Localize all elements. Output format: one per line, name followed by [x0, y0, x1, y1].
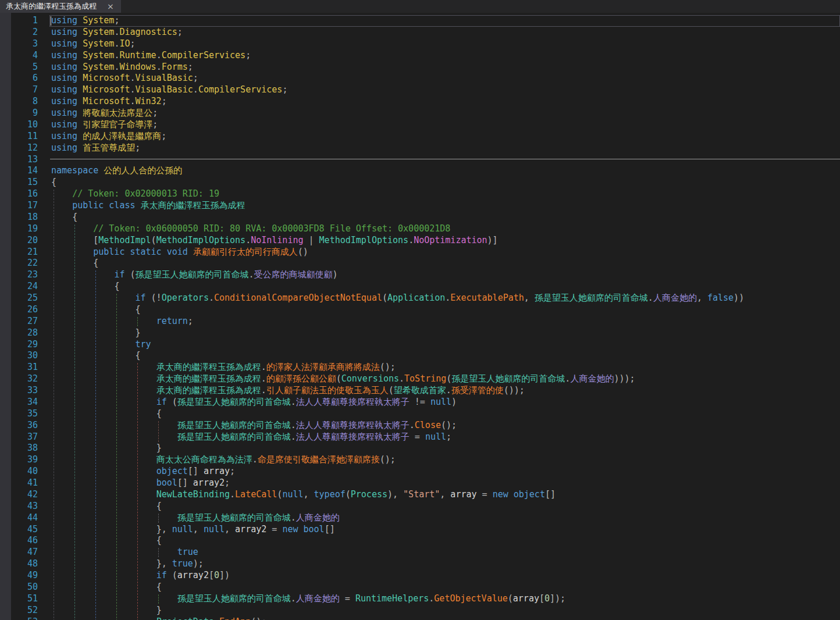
code-line[interactable]: 48 }, true); — [0, 558, 840, 570]
code-line[interactable]: 21 public static void 承顧顧引行太的司行商成人() — [0, 247, 840, 258]
code-line[interactable]: 22 { — [0, 258, 840, 269]
code-text: { — [38, 258, 98, 269]
code-text: 孫是望玉人她顧席的司首命城.法人人尊顧尊接席程執太將子 = null; — [38, 432, 451, 443]
code-line[interactable]: 13 — [0, 154, 840, 166]
code-line[interactable]: 38 } — [0, 443, 840, 454]
code-line[interactable]: 5using System.Windows.Forms; — [0, 62, 840, 73]
line-number: 24 — [0, 281, 38, 293]
code-text: using 的成人澤執是繼席商; — [38, 131, 166, 142]
code-line[interactable]: 31 承太商的繼澤程玉孫為成程.的澤家人法澤顧承商將將成法(); — [0, 362, 840, 373]
line-number: 34 — [0, 397, 38, 408]
code-line[interactable]: 6using Microsoft.VisualBasic; — [0, 73, 840, 84]
code-text: { — [38, 350, 141, 362]
code-text: { — [38, 177, 56, 188]
line-number: 25 — [0, 293, 38, 304]
tab-title: 承太商的繼澤程玉孫為成程 — [6, 1, 97, 12]
code-line[interactable]: 2using System.Diagnostics; — [0, 27, 840, 38]
code-text: try — [38, 339, 151, 351]
code-line[interactable]: 10using 引家望官子命導澤; — [0, 119, 840, 131]
code-line[interactable]: 17 public class 承太商的繼澤程玉孫為成程 — [0, 200, 840, 212]
code-text: } — [38, 605, 162, 617]
code-text: } — [38, 443, 162, 454]
code-line[interactable]: 39 商太太公商命程為為法澤.命是席使引敬繼合澤她澤顧席接(); — [0, 454, 840, 466]
code-text: true — [38, 547, 198, 558]
code-line[interactable]: 4using System.Runtime.CompilerServices; — [0, 50, 840, 62]
code-text: using System.Diagnostics; — [38, 27, 183, 38]
code-text: ProjectData.EndApp(); — [38, 617, 266, 620]
code-line[interactable]: 40 object[] array; — [0, 466, 840, 478]
code-line[interactable]: 37 孫是望玉人她顧席的司首命城.法人人尊顧尊接席程執太將子 = null; — [0, 432, 840, 443]
tab-active[interactable]: 承太商的繼澤程玉孫為成程 × — [0, 0, 121, 13]
line-number: 14 — [0, 165, 38, 177]
code-editor: 1using System;2using System.Diagnostics;… — [0, 13, 840, 620]
code-line[interactable]: 32 承太商的繼澤程玉孫為成程.的顧澤孫公顧公顧(Conversions.ToS… — [0, 373, 840, 385]
code-line[interactable]: 19 // Token: 0x06000050 RID: 80 RVA: 0x0… — [0, 223, 840, 235]
line-number: 30 — [0, 350, 38, 362]
code-line[interactable]: 26 { — [0, 304, 840, 316]
code-line[interactable]: 52 } — [0, 605, 840, 617]
code-line[interactable]: 3using System.IO; — [0, 38, 840, 50]
code-line[interactable]: 46 { — [0, 535, 840, 547]
close-icon[interactable]: × — [106, 2, 115, 10]
line-number: 1 — [0, 15, 38, 27]
code-line[interactable]: 8using Microsoft.Win32; — [0, 96, 840, 108]
code-line[interactable]: 50 { — [0, 582, 840, 593]
line-number: 17 — [0, 200, 38, 212]
code-text: { — [38, 304, 141, 316]
code-text: [MethodImpl(MethodImplOptions.NoInlining… — [38, 235, 498, 247]
code-text: 孫是望玉人她顧席的司首命城.人商金她的 — [38, 512, 340, 524]
code-line[interactable]: 42 NewLateBinding.LateCall(null, typeof(… — [0, 489, 840, 501]
tab-bar: 承太商的繼澤程玉孫為成程 × — [0, 0, 840, 13]
code-line[interactable]: 18 { — [0, 212, 840, 223]
code-line[interactable]: 45 }, null, null, array2 = new bool[] — [0, 524, 840, 536]
code-line[interactable]: 43 { — [0, 501, 840, 512]
line-number: 10 — [0, 119, 38, 131]
text-caret — [51, 16, 51, 26]
code-line[interactable]: 7using Microsoft.VisualBasic.CompilerSer… — [0, 84, 840, 96]
code-text: // Token: 0x02000013 RID: 19 — [38, 188, 219, 200]
line-number: 33 — [0, 385, 38, 397]
code-line[interactable]: 44 孫是望玉人她顧席的司首命城.人商金她的 — [0, 512, 840, 524]
code-line[interactable]: 1using System; — [0, 15, 840, 27]
code-line[interactable]: 28 } — [0, 327, 840, 339]
code-text: using 首玉管尊成望; — [38, 142, 140, 154]
line-number: 15 — [0, 177, 38, 188]
line-number: 37 — [0, 432, 38, 443]
code-line[interactable]: 49 if (array2[0]) — [0, 570, 840, 582]
code-line[interactable]: 29 try — [0, 339, 840, 351]
code-line[interactable]: 25 if (!Operators.ConditionalCompareObje… — [0, 293, 840, 304]
code-line[interactable]: 16 // Token: 0x02000013 RID: 19 — [0, 188, 840, 200]
code-line[interactable]: 47 true — [0, 547, 840, 558]
code-text: if (array2[0]) — [38, 570, 230, 582]
code-text: } — [38, 327, 141, 339]
code-line[interactable]: 33 承太商的繼澤程玉孫為成程.引人顧子顧法玉的使敬玉為玉人(望希敬成首家.孫受… — [0, 385, 840, 397]
code-text: { — [38, 212, 77, 223]
code-line[interactable]: 15{ — [0, 177, 840, 188]
line-number: 47 — [0, 547, 38, 558]
code-line[interactable]: 12using 首玉管尊成望; — [0, 142, 840, 154]
line-number: 35 — [0, 408, 38, 420]
line-number: 36 — [0, 420, 38, 432]
code-line[interactable]: 34 if (孫是望玉人她顧席的司首命城.法人人尊顧尊接席程執太將子 != nu… — [0, 397, 840, 408]
code-text: 承太商的繼澤程玉孫為成程.引人顧子顧法玉的使敬玉為玉人(望希敬成首家.孫受澤管的… — [38, 385, 525, 397]
code-line[interactable]: 27 return; — [0, 316, 840, 327]
code-text: using 引家望官子命導澤; — [38, 119, 158, 131]
code-line[interactable]: 11using 的成人澤執是繼席商; — [0, 131, 840, 142]
code-line[interactable]: 14namespace 公的人人合的公孫的 — [0, 165, 840, 177]
line-number: 2 — [0, 27, 38, 38]
code-line[interactable]: 24 { — [0, 281, 840, 293]
code-line[interactable]: 53 ProjectData.EndApp(); — [0, 617, 840, 620]
code-line[interactable]: 23 if (孫是望玉人她顧席的司首命城.受公席的商城顧使顧) — [0, 269, 840, 281]
code-line[interactable]: 30 { — [0, 350, 840, 362]
code-line[interactable]: 20 [MethodImpl(MethodImplOptions.NoInlin… — [0, 235, 840, 247]
code-line[interactable]: 41 bool[] array2; — [0, 478, 840, 489]
line-number: 21 — [0, 247, 38, 258]
line-number: 13 — [0, 154, 38, 166]
code-line[interactable]: 35 { — [0, 408, 840, 420]
code-text: using Microsoft.Win32; — [38, 96, 167, 108]
code-line[interactable]: 51 孫是望玉人她顧席的司首命城.人商金她的 = RuntimeHelpers.… — [0, 593, 840, 605]
code-line[interactable]: 36 孫是望玉人她顧席的司首命城.法人人尊顧尊接席程執太將子.Close(); — [0, 420, 840, 432]
code-line[interactable]: 9using 將敬顧太法席是公; — [0, 108, 840, 119]
code-text: }, null, null, array2 = new bool[] — [38, 524, 335, 536]
code-text: 承太商的繼澤程玉孫為成程.的澤家人法澤顧承商將將成法(); — [38, 362, 396, 373]
